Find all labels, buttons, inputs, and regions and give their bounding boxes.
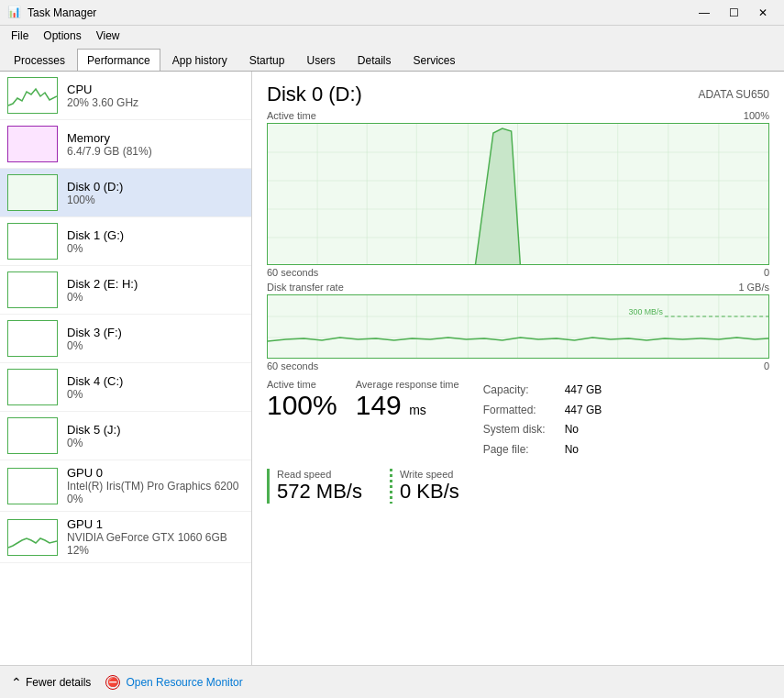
formatted-label: Formatted: <box>483 401 561 421</box>
sidebar-item-disk4[interactable]: Disk 4 (C:) 0% <box>0 363 251 412</box>
disk-title-text: Disk 0 (D:) <box>267 83 362 106</box>
cpu-thumb <box>7 77 58 114</box>
response-time-number: 149 <box>356 390 402 420</box>
main-area: CPU 20% 3.60 GHz Memory 6.4/7.9 GB (81%)… <box>0 72 784 665</box>
page-file-label: Page file: <box>483 440 561 460</box>
menu-options[interactable]: Options <box>36 28 88 44</box>
sidebar-item-disk0[interactable]: Disk 0 (D:) 100% <box>0 169 251 217</box>
gpu0-pct: 0% <box>67 493 244 505</box>
disk-stats-table: Capacity: 447 GB Formatted: 447 GB Syste… <box>483 381 602 460</box>
gpu1-info: GPU 1 NVIDIA GeForce GTX 1060 6GB 12% <box>67 517 244 557</box>
disk4-info: Disk 4 (C:) 0% <box>67 374 244 401</box>
active-time-stat-label: Active time <box>267 379 337 390</box>
disk4-thumb <box>7 369 58 405</box>
tab-processes[interactable]: Processes <box>4 49 75 71</box>
active-time-label: Active time <box>267 110 316 121</box>
speed-section: Read speed 572 MB/s Write speed 0 KB/s <box>267 469 769 504</box>
memory-sub: 6.4/7.9 GB (81%) <box>67 145 244 158</box>
disk-title: Disk 0 (D:) <box>267 83 362 106</box>
gpu1-thumb <box>7 519 58 556</box>
disk5-thumb <box>7 417 58 454</box>
sidebar-item-gpu0[interactable]: GPU 0 Intel(R) Iris(TM) Pro Graphics 620… <box>0 460 251 512</box>
transfer-label-row: Disk transfer rate 1 GB/s <box>267 282 769 293</box>
active-time-chart <box>267 123 769 265</box>
read-speed-info: Read speed 572 MB/s <box>277 469 362 504</box>
open-resource-monitor-link[interactable]: Open Resource Monitor <box>126 676 242 689</box>
memory-info: Memory 6.4/7.9 GB (81%) <box>67 131 244 158</box>
disk2-info: Disk 2 (E: H:) 0% <box>67 277 244 304</box>
transfer-bottom-row: 60 seconds 0 <box>267 360 769 371</box>
sidebar-item-disk3[interactable]: Disk 3 (F:) 0% <box>0 315 251 363</box>
disk1-sub: 0% <box>67 242 244 255</box>
transfer-min: 0 <box>764 360 769 371</box>
tab-performance[interactable]: Performance <box>77 49 160 71</box>
gpu0-sub: Intel(R) Iris(TM) Pro Graphics 6200 <box>67 480 244 493</box>
menu-file[interactable]: File <box>4 28 36 44</box>
system-disk-row: System disk: No <box>483 420 602 440</box>
sidebar-item-gpu1[interactable]: GPU 1 NVIDIA GeForce GTX 1060 6GB 12% <box>0 512 251 563</box>
disk3-thumb <box>7 320 58 357</box>
content-panel: Disk 0 (D:) ADATA SU650 Active time 100% <box>252 72 784 665</box>
active-time-bottom-row: 60 seconds 0 <box>267 267 769 278</box>
capacity-value: 447 GB <box>565 381 602 401</box>
stats-section: Active time 100% Average response time 1… <box>267 379 769 460</box>
page-file-row: Page file: No <box>483 440 602 460</box>
gpu0-info: GPU 0 Intel(R) Iris(TM) Pro Graphics 620… <box>67 466 244 505</box>
response-time-stat-value: 149 ms <box>356 390 459 420</box>
memory-thumb <box>7 126 58 162</box>
tab-startup[interactable]: Startup <box>239 49 295 71</box>
capacity-row: Capacity: 447 GB <box>483 381 602 401</box>
tab-users[interactable]: Users <box>296 49 345 71</box>
active-time-chart-area: Active time 100% <box>267 110 769 278</box>
disk0-name: Disk 0 (D:) <box>67 180 244 194</box>
resource-monitor-icon: ⛔ <box>105 675 120 690</box>
write-speed-info: Write speed 0 KB/s <box>400 469 459 504</box>
tab-details[interactable]: Details <box>348 49 402 71</box>
active-time-time: 60 seconds <box>267 267 318 278</box>
tab-bar: Processes Performance App history Startu… <box>0 46 784 72</box>
disk4-name: Disk 4 (C:) <box>67 374 244 388</box>
disk2-thumb <box>7 271 58 308</box>
gpu1-name: GPU 1 <box>67 517 244 531</box>
chevron-up-icon: ⌃ <box>11 675 22 690</box>
active-time-max: 100% <box>744 110 769 121</box>
tab-services[interactable]: Services <box>403 49 466 71</box>
tab-app-history[interactable]: App history <box>162 49 237 71</box>
read-speed-block: Read speed 572 MB/s <box>267 469 362 504</box>
disk3-sub: 0% <box>67 339 244 352</box>
close-button[interactable]: ✕ <box>749 4 777 22</box>
active-time-stat-value: 100% <box>267 390 337 420</box>
formatted-row: Formatted: 447 GB <box>483 401 602 421</box>
disk5-name: Disk 5 (J:) <box>67 423 244 437</box>
minimize-button[interactable]: — <box>690 4 718 22</box>
sidebar-item-memory[interactable]: Memory 6.4/7.9 GB (81%) <box>0 120 251 169</box>
response-time-stat-label: Average response time <box>356 379 459 390</box>
read-speed-bar <box>267 469 270 504</box>
disk0-thumb <box>7 174 58 211</box>
sidebar: CPU 20% 3.60 GHz Memory 6.4/7.9 GB (81%)… <box>0 72 252 665</box>
response-time-stat: Average response time 149 ms <box>356 379 459 460</box>
sidebar-item-disk1[interactable]: Disk 1 (G:) 0% <box>0 217 251 266</box>
gpu0-thumb <box>7 468 58 504</box>
write-speed-label: Write speed <box>400 469 459 480</box>
system-disk-value: No <box>565 420 579 440</box>
sidebar-item-disk2[interactable]: Disk 2 (E: H:) 0% <box>0 266 251 315</box>
active-time-min: 0 <box>764 267 769 278</box>
gpu1-sub: NVIDIA GeForce GTX 1060 6GB <box>67 531 244 544</box>
active-time-label-row: Active time 100% <box>267 110 769 121</box>
system-disk-label: System disk: <box>483 420 561 440</box>
resource-monitor-link-area: ⛔ Open Resource Monitor <box>105 675 242 690</box>
menu-view[interactable]: View <box>89 28 127 44</box>
title-bar: 📊 Task Manager — ☐ ✕ <box>0 0 784 26</box>
disk2-name: Disk 2 (E: H:) <box>67 277 244 291</box>
cpu-info: CPU 20% 3.60 GHz <box>67 83 244 109</box>
window-title: Task Manager <box>28 6 690 19</box>
maximize-button[interactable]: ☐ <box>720 4 747 22</box>
disk0-sub: 100% <box>67 194 244 206</box>
fewer-details-button[interactable]: ⌃ Fewer details <box>11 675 91 690</box>
disk1-name: Disk 1 (G:) <box>67 228 244 242</box>
sidebar-item-disk5[interactable]: Disk 5 (J:) 0% <box>0 412 251 460</box>
read-speed-value: 572 MB/s <box>277 480 362 504</box>
memory-name: Memory <box>67 131 244 145</box>
sidebar-item-cpu[interactable]: CPU 20% 3.60 GHz <box>0 72 251 120</box>
